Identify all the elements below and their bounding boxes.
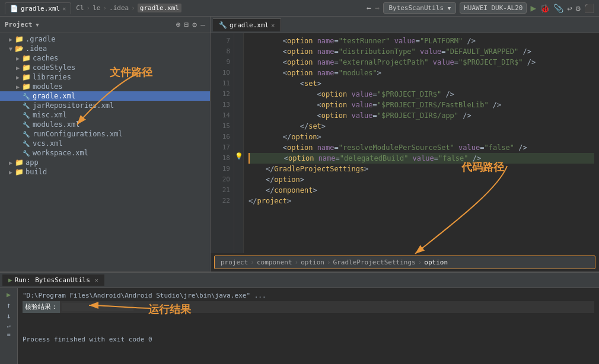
tree-item-app[interactable]: ▶ 📁 app: [0, 158, 210, 167]
breadcrumb-cl[interactable]: Cl: [76, 4, 84, 12]
breadcrumb-option1[interactable]: option: [301, 258, 324, 266]
tree-item-gradle-root[interactable]: ▶ 📁 .gradle: [0, 34, 210, 44]
editor-tabs: 🔧 gradle.xml ✕: [211, 17, 599, 33]
scroll-up-icon[interactable]: ↑: [7, 301, 11, 309]
bottom-content: ▶ ↑ ↓ ↵ ≡ "D:\Program Files\Android\Andr…: [0, 288, 599, 364]
wrap-icon[interactable]: ↵: [7, 323, 10, 329]
breadcrumb-sep3: ›: [131, 4, 135, 12]
tree-item-jar-repos[interactable]: ▶ 🔧 jarRepositories.xml: [0, 101, 210, 110]
code-line-19: </GradleProjectSettings>: [248, 164, 594, 174]
close-editor-tab-icon[interactable]: ✕: [271, 22, 275, 28]
code-line-21: </component>: [248, 185, 594, 196]
tree-label-workspace: workspace.xml: [33, 149, 88, 157]
file-workspace-icon: 🔧: [21, 150, 31, 157]
locate-icon[interactable]: ⊕: [176, 20, 181, 29]
forward-icon[interactable]: ➡: [375, 4, 380, 13]
debug-icon[interactable]: 🐞: [540, 4, 550, 13]
code-text-14: <option value="$PROJECT_DIR$/app" />: [248, 110, 594, 121]
tree-label-libraries: libraries: [33, 73, 71, 81]
warning-icon: 💡: [235, 152, 243, 160]
breadcrumb-sep2: ›: [103, 4, 107, 12]
run-config-selector[interactable]: BytesScanUtils ▼: [383, 2, 456, 14]
title-breadcrumb: Cl › le › .idea › gradle.xml: [76, 4, 181, 12]
file-jar-icon: 🔧: [21, 103, 31, 109]
title-tab-gradle[interactable]: 📄 gradle.xml ✕: [5, 2, 71, 14]
breadcrumb-gradlexml[interactable]: gradle.xml: [138, 4, 181, 12]
attach-icon[interactable]: 📎: [553, 4, 563, 13]
title-bar: 📄 gradle.xml ✕ Cl › le › .idea › gradle.…: [0, 0, 599, 17]
settings-icon[interactable]: ⚙: [576, 4, 581, 13]
code-line-14: <option value="$PROJECT_DIR$/app" />: [248, 110, 594, 121]
run-line-exit: Process finished with exit code 0: [23, 334, 594, 345]
tree-arrow-modules: ▶: [14, 84, 21, 90]
device-selector[interactable]: HUAWEI DUK-AL20: [460, 2, 527, 14]
run-result-label: 核验结果：: [23, 301, 60, 313]
gutter: 💡: [234, 33, 244, 253]
tree-item-libraries[interactable]: ▶ 📁 libraries: [0, 72, 210, 82]
run-tab[interactable]: ▶ Run: BytesScanUtils ✕: [2, 274, 104, 286]
breadcrumb-arr3: ›: [327, 258, 331, 266]
project-dropdown-icon[interactable]: ▼: [36, 22, 39, 28]
tree-item-misc[interactable]: ▶ 🔧 misc.xml: [0, 110, 210, 120]
tree-label-idea: .idea: [26, 44, 47, 53]
run-bottom-icon[interactable]: ▶: [7, 290, 11, 299]
tree-item-vcs[interactable]: ▶ 🔧 vcs.xml: [0, 139, 210, 148]
run-output: "D:\Program Files\Android\Android Studio…: [18, 288, 599, 364]
breadcrumb-bar: project › component › option › GradlePro…: [214, 256, 595, 269]
run-tab-name: BytesScanUtils: [35, 276, 90, 284]
breadcrumb-project[interactable]: project: [221, 258, 248, 266]
tree-arrow-gradle: ▶: [7, 36, 14, 43]
breadcrumb-le[interactable]: le: [93, 4, 100, 12]
breadcrumb-arr1: ›: [250, 258, 254, 266]
code-editor[interactable]: <option name="testRunner" value="PLATFOR…: [244, 33, 599, 253]
code-line-15: </set>: [248, 121, 594, 132]
code-text-21: </component>: [248, 185, 594, 196]
tree-arrow-libraries: ▶: [14, 74, 21, 81]
back-icon[interactable]: ⬅: [367, 4, 371, 13]
tree-item-gradle-xml[interactable]: ▶ 🔧 gradle.xml: [0, 91, 210, 101]
code-text-20: </option>: [248, 174, 594, 185]
run-tab-label: Run:: [15, 276, 31, 284]
tree-item-codestyles[interactable]: ▶ 📁 codeStyles: [0, 63, 210, 72]
editor-tab-gradle[interactable]: 🔧 gradle.xml ✕: [213, 18, 281, 31]
close-tab-icon[interactable]: ✕: [62, 5, 66, 12]
collapse-icon[interactable]: ⊟: [184, 20, 189, 29]
tree-item-workspace[interactable]: ▶ 🔧 workspace.xml: [0, 148, 210, 158]
tree-item-caches[interactable]: ▶ 📁 caches: [0, 53, 210, 63]
tree-arrow-app: ▶: [7, 159, 14, 166]
editor-area: 🔧 gradle.xml ✕ 7891011 1213141516 171819…: [211, 17, 599, 272]
file-gradlexml-icon: 🔧: [21, 93, 31, 100]
editor-tab-label: gradle.xml: [230, 21, 269, 29]
tree-item-runconfig[interactable]: ▶ 🔧 runConfigurations.xml: [0, 129, 210, 139]
filter-icon[interactable]: ≡: [7, 331, 10, 338]
tree-arrow-caches: ▶: [14, 55, 21, 62]
breadcrumb-gradle-settings[interactable]: GradleProjectSettings: [333, 258, 416, 266]
undo-icon[interactable]: ↩: [567, 4, 572, 13]
folder-app-icon: 📁: [14, 158, 24, 167]
tree-label-modules: modules: [33, 82, 63, 91]
code-text-15: </set>: [248, 121, 594, 132]
stop-icon[interactable]: ⬛: [584, 4, 594, 13]
close-run-tab-icon[interactable]: ✕: [95, 277, 98, 283]
tree-item-idea[interactable]: ▼ 📂 .idea: [0, 44, 210, 53]
breadcrumb-idea[interactable]: .idea: [109, 4, 129, 12]
line-numbers: 7891011 1213141516 171819202122: [211, 33, 234, 253]
code-line-9: <option name="externalProjectPath" value…: [248, 57, 594, 68]
file-modulesxml-icon: 🔧: [21, 122, 31, 128]
bottom-sidebar: ▶ ↑ ↓ ↵ ≡: [0, 288, 18, 364]
close-sidebar-icon[interactable]: —: [200, 20, 205, 29]
folder-modules-icon: 📁: [21, 82, 31, 91]
breadcrumb-sep1: ›: [87, 4, 91, 12]
breadcrumb-option2[interactable]: option: [424, 258, 448, 266]
scroll-down-icon[interactable]: ↓: [7, 312, 11, 320]
tree-item-build[interactable]: ▶ 📁 build: [0, 167, 210, 177]
run-icon[interactable]: ▶: [530, 2, 536, 14]
file-misc-icon: 🔧: [21, 112, 31, 119]
breadcrumb-component[interactable]: component: [257, 258, 292, 266]
tree-item-modules-folder[interactable]: ▶ 📁 modules: [0, 82, 210, 91]
run-exit-text: Process finished with exit code 0: [23, 336, 152, 343]
tree-item-modules-xml[interactable]: ▶ 🔧 modules.xml: [0, 120, 210, 129]
settings-sidebar-icon[interactable]: ⚙: [192, 20, 197, 29]
code-line-22: </project>: [248, 196, 594, 206]
dropdown-icon: ▼: [448, 5, 451, 11]
